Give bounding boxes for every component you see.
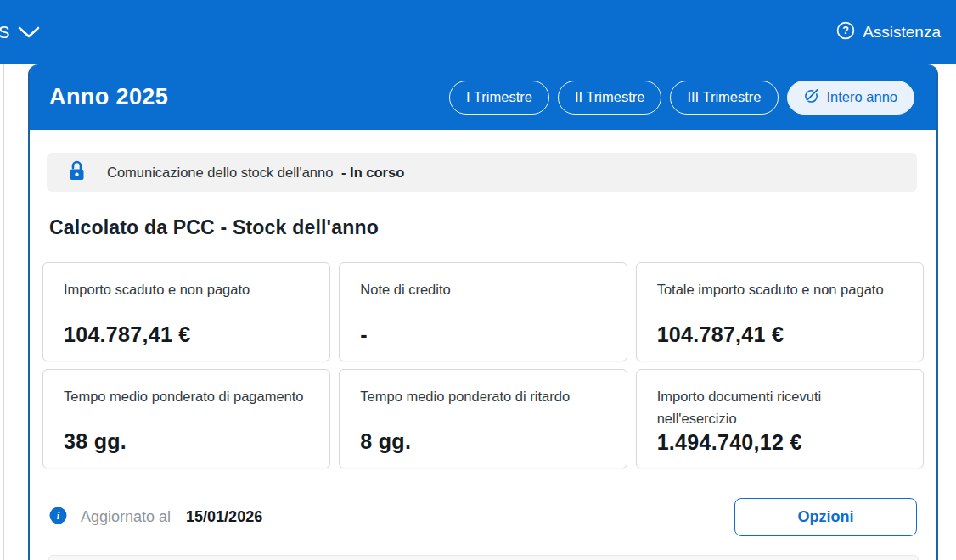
- stat-value: 8 gg.: [360, 429, 605, 454]
- stat-card-tempo-ritardo: Tempo medio ponderato di ritardo 8 gg.: [339, 369, 627, 468]
- opzioni-button[interactable]: Opzioni: [734, 498, 917, 536]
- updated-date: 15/01/2026: [186, 508, 262, 526]
- stat-value: 1.494.740,12 €: [657, 430, 903, 455]
- info-circle-icon: i: [49, 507, 67, 529]
- tab-intero-anno[interactable]: Intero anno: [787, 81, 914, 115]
- svg-text:i: i: [57, 510, 60, 522]
- page-title: Anno 2025: [49, 84, 168, 110]
- pencil-circle-icon: [804, 87, 820, 107]
- period-tabs: I Trimestre II Trimestre III Trimestre I…: [449, 81, 914, 115]
- stat-label: Tempo medio ponderato di ritardo: [360, 385, 605, 407]
- tab-trimestre-1[interactable]: I Trimestre: [449, 81, 549, 115]
- question-circle-icon: ?: [836, 21, 855, 44]
- stat-value: 38 gg.: [64, 429, 309, 454]
- stat-label: Totale importo scaduto e non pagato: [657, 278, 903, 300]
- stat-card-tempo-pagamento: Tempo medio ponderato di pagamento 38 gg…: [42, 369, 330, 468]
- stat-label: Importo scaduto e non pagato: [64, 278, 309, 300]
- stat-value: -: [360, 322, 605, 347]
- top-app-bar: S ? Assistenza: [0, 0, 956, 64]
- stat-label: Importo documenti ricevuti nell'esercizi…: [657, 385, 903, 430]
- stat-card-importo-scaduto: Importo scaduto e non pagato 104.787,41 …: [42, 262, 330, 361]
- year-panel-header: Anno 2025 I Trimestre II Trimestre III T…: [30, 64, 936, 130]
- stat-card-totale-importo: Totale importo scaduto e non pagato 104.…: [636, 262, 924, 361]
- entity-dropdown[interactable]: S: [0, 23, 40, 42]
- entity-dropdown-label: S: [0, 23, 10, 42]
- banner-message: Comunicazione dello stock dell'anno: [107, 165, 333, 180]
- lock-open-icon: [67, 160, 87, 186]
- stats-grid: Importo scaduto e non pagato 104.787,41 …: [42, 262, 924, 468]
- page-edge-divider: [3, 64, 4, 560]
- assistenza-label: Assistenza: [863, 23, 941, 42]
- stat-card-importo-documenti: Importo documenti ricevuti nell'esercizi…: [636, 369, 924, 468]
- svg-text:?: ?: [842, 25, 849, 36]
- tab-intero-anno-label: Intero anno: [827, 89, 897, 105]
- next-section-peek: [48, 555, 919, 560]
- panel-footer: i Aggiornato al 15/01/2026 Opzioni: [47, 498, 917, 536]
- stat-label: Note di credito: [360, 278, 605, 300]
- year-panel: Anno 2025 I Trimestre II Trimestre III T…: [28, 64, 938, 560]
- communication-status-banner: Comunicazione dello stock dell'anno - In…: [47, 153, 917, 192]
- stat-label: Tempo medio ponderato di pagamento: [64, 385, 309, 407]
- assistenza-link[interactable]: ? Assistenza: [836, 21, 941, 44]
- stat-value: 104.787,41 €: [657, 322, 903, 347]
- chevron-down-icon: [18, 23, 40, 42]
- year-panel-body: Comunicazione dello stock dell'anno - In…: [30, 130, 936, 536]
- stat-value: 104.787,41 €: [64, 322, 309, 347]
- updated-label: Aggiornato al: [81, 508, 171, 526]
- tab-trimestre-2[interactable]: II Trimestre: [558, 81, 662, 115]
- updated-info: i Aggiornato al 15/01/2026: [49, 507, 262, 529]
- section-title: Calcolato da PCC - Stock dell'anno: [49, 216, 917, 239]
- stat-card-note-credito: Note di credito -: [339, 262, 627, 361]
- banner-status: - In corso: [341, 165, 404, 180]
- tab-trimestre-3[interactable]: III Trimestre: [670, 81, 778, 115]
- banner-text: Comunicazione dello stock dell'anno - In…: [107, 165, 404, 181]
